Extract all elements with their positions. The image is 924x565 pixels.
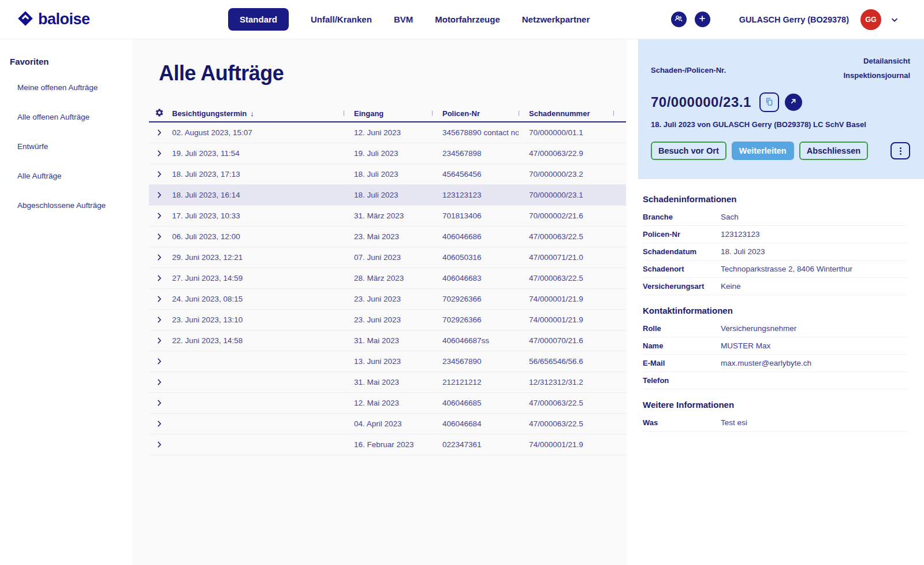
cell-eingang: 18. Juli 2023 (344, 170, 432, 179)
table-row[interactable]: 31. Mai 202321212121212/312312/31.2 (149, 372, 626, 393)
column-separator (432, 111, 433, 116)
chevron-right-icon[interactable] (149, 149, 172, 158)
cell-eingang: 13. Juni 2023 (344, 357, 432, 366)
cell-eingang: 12. Juni 2023 (344, 128, 432, 137)
table-row[interactable]: 22. Juni 2023, 14:5831. Mai 202340604668… (149, 330, 626, 351)
avatar[interactable]: GG (860, 9, 881, 30)
chevron-right-icon[interactable] (149, 274, 172, 282)
chevron-right-icon[interactable] (149, 419, 172, 428)
column-header-policen-nr[interactable]: Policen-Nr (432, 109, 519, 118)
table-row[interactable]: 06. Juli 2023, 12:0023. Mai 202340604668… (149, 226, 626, 247)
field-label: Name (643, 341, 721, 350)
weiterleiten-button[interactable]: Weiterleiten (732, 142, 794, 160)
tab-motorfahrzeuge[interactable]: Motorfahrzeuge (435, 14, 500, 24)
section-kontaktinformationen: KontaktinformationenRolleVersicherungsne… (643, 306, 907, 389)
table-row[interactable]: 04. April 202340604668447/000063/22.5 (149, 414, 626, 434)
sidebar-item-alle-offenen-auftr-ge[interactable]: Alle offenen Aufträge (17, 113, 127, 121)
add-button[interactable] (695, 12, 710, 27)
table-row[interactable]: 27. Juni 2023, 14:5928. März 20234060466… (149, 268, 626, 289)
chevron-right-icon[interactable] (149, 357, 172, 366)
table-row[interactable]: 17. Juli 2023, 10:3331. März 20237018134… (149, 206, 626, 226)
cell-schaden: 47/000063/22.5 (519, 419, 614, 428)
detail-link-detailansicht[interactable]: Detailansicht (863, 57, 910, 65)
table-row[interactable]: 19. Juli 2023, 11:5419. Juli 20232345678… (149, 143, 626, 164)
field-label: Policen-Nr (643, 230, 721, 239)
sidebar-item-alle-auftr-ge[interactable]: Alle Aufträge (17, 172, 127, 180)
cell-policen: 701813406 (432, 211, 519, 220)
table-row[interactable]: 29. Juni 2023, 12:2107. Juni 20234060503… (149, 247, 626, 268)
abschliessen-button[interactable]: Abschliessen (799, 142, 869, 160)
tab-bvm[interactable]: BVM (394, 14, 413, 24)
table-settings-button[interactable] (149, 108, 172, 119)
besuch-vor-ort-button[interactable]: Besuch vor Ort (651, 142, 726, 160)
column-header-besichtigungstermin[interactable]: Besichtigungstermin ↓ (172, 109, 344, 118)
column-header-eingang[interactable]: Eingang (344, 109, 432, 118)
tab-standard[interactable]: Standard (228, 8, 289, 31)
chevron-down-icon[interactable] (889, 14, 900, 25)
cell-schaden: 12/312312/31.2 (519, 378, 614, 386)
table-row[interactable]: 24. Juni 2023, 08:1523. Juni 20237029263… (149, 289, 626, 310)
chevron-right-icon[interactable] (149, 191, 172, 199)
user-name: GULASCH Gerry (BO29378) (739, 15, 849, 24)
column-header-schadennummer[interactable]: Schadennummer (519, 109, 614, 118)
chevron-right-icon[interactable] (149, 170, 172, 179)
sort-desc-icon[interactable]: ↓ (250, 109, 254, 118)
chevron-right-icon[interactable] (149, 211, 172, 220)
column-separator (344, 111, 344, 116)
table-row[interactable]: 16. Februar 202302234736174/000001/21.9 (149, 434, 626, 455)
cell-termin: 18. Juli 2023, 17:13 (172, 170, 344, 179)
table-row[interactable]: 02. August 2023, 15:0712. Juni 202334567… (149, 122, 626, 143)
chevron-right-icon[interactable] (149, 336, 172, 345)
chevron-right-icon[interactable] (149, 128, 172, 137)
claim-number: 70/000000/23.1 (651, 94, 751, 110)
cell-policen: 212121212 (432, 378, 519, 386)
chevron-right-icon[interactable] (149, 232, 172, 241)
cell-schaden: 47/000063/22.5 (519, 232, 614, 241)
cell-schaden: 47/000063/22.5 (519, 274, 614, 282)
cell-policen: 406046687ss (432, 336, 519, 345)
chevron-right-icon[interactable] (149, 399, 172, 407)
detail-panel: Schaden-/Policen-Nr. Detailansicht Inspe… (627, 39, 924, 565)
tab-netzwerkpartner[interactable]: Netzwerkpartner (522, 14, 590, 24)
chevron-right-icon[interactable] (149, 378, 172, 386)
field-value: Sach (721, 213, 739, 221)
field-value: max.muster@earlybyte.ch (721, 359, 811, 367)
more-options-button[interactable] (891, 142, 910, 159)
table-row[interactable]: 12. Mai 202340604668547/000063/22.5 (149, 393, 626, 414)
detail-link-inspektionsjournal[interactable]: Inspektionsjournal (843, 71, 910, 80)
cell-termin: 27. Juni 2023, 14:59 (172, 274, 344, 282)
table-row[interactable]: 13. Juni 202323456789056/656546/56.6 (149, 351, 626, 372)
baloise-logo[interactable]: baloise (17, 10, 228, 29)
table-row[interactable]: 18. Juli 2023, 16:1418. Juli 20231231231… (149, 185, 626, 206)
field-was: WasTest esi (643, 414, 907, 432)
primary-nav: StandardUnfall/KrankenBVMMotorfahrzeugeN… (228, 8, 590, 31)
top-navigation-bar: baloise StandardUnfall/KrankenBVMMotorfa… (0, 0, 924, 39)
sidebar-item-abgeschlossene-auftr-ge[interactable]: Abgeschlossene Aufträge (17, 202, 127, 210)
cell-policen: 123123123 (432, 191, 519, 199)
chevron-right-icon[interactable] (149, 315, 172, 324)
chevron-right-icon[interactable] (149, 253, 172, 262)
cell-eingang: 31. Mai 2023 (344, 336, 432, 345)
sidebar-item-meine-offenen-auftr-ge[interactable]: Meine offenen Aufträge (17, 84, 127, 92)
sidebar-item-entw-rfe[interactable]: Entwürfe (17, 143, 127, 151)
chevron-right-icon[interactable] (149, 295, 172, 303)
people-icon (674, 14, 683, 25)
cell-eingang: 16. Februar 2023 (344, 440, 432, 449)
tab-unfall-kranken[interactable]: Unfall/Kranken (311, 14, 372, 24)
detail-sections: SchadeninformationenBrancheSachPolicen-N… (627, 179, 924, 432)
field-versicherungsart: VersicherungsartKeine (643, 278, 907, 295)
column-separator (613, 111, 614, 116)
field-label: Schadenort (643, 265, 721, 273)
field-schadenort: SchadenortTechnoparkstrasse 2, 8406 Wint… (643, 261, 907, 278)
contacts-button[interactable] (671, 12, 687, 27)
table-row[interactable]: 18. Juli 2023, 17:1318. Juli 20234564564… (149, 164, 626, 185)
sidebar-nav: Meine offenen AufträgeAlle offenen Auftr… (10, 84, 127, 210)
cell-eingang: 12. Mai 2023 (344, 399, 432, 407)
copy-button[interactable] (759, 92, 779, 112)
chevron-right-icon[interactable] (149, 440, 172, 449)
open-external-button[interactable] (785, 94, 802, 111)
cell-eingang: 19. Juli 2023 (344, 149, 432, 158)
detail-links: Detailansicht Inspektionsjournal (843, 57, 910, 80)
table-row[interactable]: 23. Juni 2023, 13:1023. Juni 20237029263… (149, 310, 626, 330)
cell-termin: 02. August 2023, 15:07 (172, 128, 344, 137)
